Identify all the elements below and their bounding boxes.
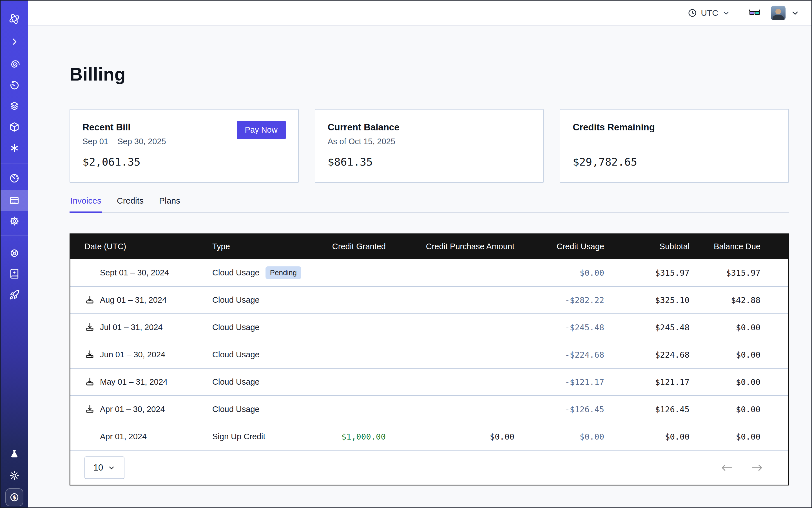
sidebar-item-timer[interactable] bbox=[1, 75, 28, 96]
current-balance-amount: $861.35 bbox=[328, 156, 373, 168]
pay-now-button[interactable]: Pay Now bbox=[237, 121, 286, 139]
balance-due: $0.00 bbox=[689, 405, 788, 414]
subtotal: $325.10 bbox=[604, 295, 689, 305]
previous-page-button[interactable] bbox=[721, 463, 733, 472]
helm-wheel-icon bbox=[9, 248, 20, 258]
col-credit-purchase: Credit Purchase Amount bbox=[386, 242, 514, 251]
credits-remaining-amount: $29,782.65 bbox=[573, 156, 637, 168]
docs-book-icon bbox=[9, 268, 20, 279]
atom-logo-glyph bbox=[8, 12, 21, 25]
timer-icon bbox=[9, 80, 20, 91]
invoice-date: May 01 – 31, 2024 bbox=[100, 377, 168, 387]
topbar: UTC bbox=[28, 1, 811, 26]
status-badge: Pending bbox=[265, 266, 301, 279]
arrow-right-icon bbox=[751, 463, 763, 472]
table-row: Jun 01 – 30, 2024 Cloud Usage -$224.68 $… bbox=[71, 341, 788, 368]
gear-icon bbox=[9, 216, 20, 226]
clock-icon bbox=[688, 8, 697, 18]
download-icon[interactable] bbox=[84, 377, 95, 387]
flask-icon bbox=[9, 449, 20, 460]
credits-remaining-card: Credits Remaining $29,782.65 bbox=[560, 109, 789, 183]
timezone-selector[interactable]: UTC bbox=[688, 8, 730, 18]
invoice-type: Cloud Usage bbox=[212, 377, 260, 387]
sidebar-item-getting-started[interactable] bbox=[1, 284, 28, 305]
table-header-row: Date (UTC) Type Credit Granted Credit Pu… bbox=[71, 234, 788, 259]
sidebar-item-theme-toggle[interactable] bbox=[1, 465, 28, 486]
demo-mode-button[interactable] bbox=[749, 8, 760, 17]
table-row: Aug 01 – 31, 2024 Cloud Usage -$282.22 $… bbox=[71, 286, 788, 313]
download-icon[interactable] bbox=[84, 404, 95, 415]
credit-usage: -$224.68 bbox=[514, 350, 604, 359]
sidebar-item-settings[interactable] bbox=[1, 210, 28, 232]
current-balance-card: Current Balance As of Oct 15, 2025 $861.… bbox=[315, 109, 544, 183]
invoice-type: Cloud Usage bbox=[212, 350, 260, 359]
col-subtotal: Subtotal bbox=[604, 242, 689, 251]
invoice-date: Aug 01 – 31, 2024 bbox=[100, 295, 167, 305]
invoice-date: Sept 01 – 30, 2024 bbox=[100, 268, 169, 278]
sidebar-item-traces[interactable] bbox=[1, 54, 28, 75]
chevron-down-icon bbox=[108, 464, 116, 472]
balance-due: $0.00 bbox=[689, 377, 788, 387]
svg-text:$: $ bbox=[12, 494, 16, 501]
sidebar-item-credits[interactable]: $ bbox=[5, 488, 24, 506]
sidebar-item-fleet[interactable] bbox=[1, 243, 28, 264]
col-date: Date (UTC) bbox=[71, 242, 212, 251]
next-page-button[interactable] bbox=[751, 463, 763, 472]
download-icon[interactable] bbox=[84, 322, 95, 333]
sidebar-item-billing[interactable] bbox=[1, 190, 28, 211]
card-title: Credits Remaining bbox=[573, 122, 776, 133]
rocket-icon bbox=[9, 290, 20, 300]
download-placeholder bbox=[84, 267, 95, 278]
page-size-value: 10 bbox=[93, 463, 103, 473]
sidebar-divider bbox=[1, 164, 28, 164]
credit-usage: $0.00 bbox=[514, 268, 604, 278]
credit-usage: -$126.45 bbox=[514, 405, 604, 414]
layers-icon bbox=[9, 101, 20, 112]
user-avatar[interactable] bbox=[771, 6, 785, 20]
page-size-select[interactable]: 10 bbox=[84, 457, 124, 479]
sidebar-item-labs[interactable] bbox=[1, 444, 28, 465]
balance-due: $0.00 bbox=[689, 323, 788, 332]
col-type: Type bbox=[212, 242, 319, 251]
main-area: UTC Billing Recent Bill bbox=[28, 1, 811, 507]
sidebar-item-cube[interactable] bbox=[1, 116, 28, 138]
invoice-type: Sign Up Credit bbox=[212, 432, 265, 441]
tab-invoices[interactable]: Invoices bbox=[70, 196, 102, 213]
billing-card-icon bbox=[9, 195, 20, 206]
summary-cards: Recent Bill Sep 01 – Sep 30, 2025 $2,061… bbox=[70, 109, 789, 183]
download-icon[interactable] bbox=[84, 349, 95, 360]
arrow-left-icon bbox=[721, 463, 733, 472]
sidebar-divider bbox=[1, 235, 28, 236]
sidebar-expand-button[interactable] bbox=[1, 31, 28, 52]
col-credit-granted: Credit Granted bbox=[319, 242, 386, 251]
sidebar-item-asterisk[interactable] bbox=[1, 137, 28, 159]
download-icon[interactable] bbox=[84, 295, 95, 305]
table-row: Apr 01 – 30, 2024 Cloud Usage -$126.45 $… bbox=[71, 395, 788, 423]
chevron-down-icon bbox=[722, 9, 730, 17]
tab-credits[interactable]: Credits bbox=[116, 196, 144, 213]
account-menu-button[interactable] bbox=[790, 8, 800, 17]
card-title: Current Balance bbox=[328, 122, 531, 133]
sidebar-item-usage[interactable] bbox=[1, 168, 28, 189]
invoice-date: Jun 01 – 30, 2024 bbox=[100, 350, 165, 359]
spiral-icon bbox=[9, 59, 20, 70]
table-row: Apr 01, 2024 Sign Up Credit $1,000.00 $0… bbox=[71, 423, 788, 450]
download-placeholder bbox=[84, 431, 95, 442]
sidebar-item-layers[interactable] bbox=[1, 95, 28, 117]
sidebar-item-docs[interactable] bbox=[1, 263, 28, 285]
table-row: May 01 – 31, 2024 Cloud Usage -$121.17 $… bbox=[71, 368, 788, 395]
sun-icon bbox=[9, 470, 20, 481]
credit-usage: -$282.22 bbox=[514, 295, 604, 305]
app-window: $ UTC bbox=[0, 0, 812, 508]
atom-logo-icon[interactable] bbox=[1, 8, 28, 30]
invoice-type: Cloud Usage bbox=[212, 405, 260, 414]
tab-plans[interactable]: Plans bbox=[158, 196, 181, 213]
asterisk-icon bbox=[9, 143, 20, 154]
recent-bill-amount: $2,061.35 bbox=[83, 156, 140, 168]
balance-due: $42.88 bbox=[689, 295, 788, 305]
subtotal: $0.00 bbox=[604, 432, 689, 441]
balance-as-of: As of Oct 15, 2025 bbox=[328, 137, 531, 146]
speedometer-icon bbox=[9, 173, 20, 183]
balance-due: $0.00 bbox=[689, 432, 788, 441]
credit-granted: $1,000.00 bbox=[319, 432, 386, 441]
